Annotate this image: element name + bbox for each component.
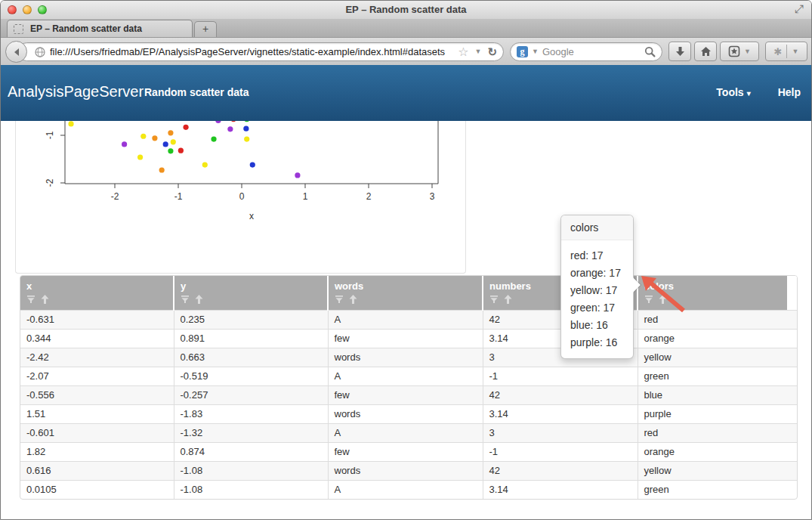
cell-numbers: 3	[483, 423, 638, 442]
bookmark-star-icon[interactable]: ☆	[458, 46, 468, 58]
addon-caret-icon[interactable]: ▼	[792, 48, 798, 55]
cell-y: -1.83	[174, 404, 328, 423]
download-icon	[675, 46, 685, 57]
home-button[interactable]	[694, 42, 717, 61]
cell-words: A	[328, 367, 483, 385]
cell-y: 0.891	[174, 329, 328, 348]
downloads-button[interactable]	[668, 42, 691, 61]
cell-numbers: 3.14	[483, 480, 638, 499]
cell-x: -0.556	[20, 385, 174, 404]
filter-icon[interactable]	[335, 295, 344, 304]
cell-x: -0.601	[20, 423, 174, 442]
addon-button[interactable]: ✱ ▼	[765, 42, 807, 61]
table-row: -2.07-0.519A-1green	[20, 367, 798, 385]
cell-words: words	[328, 404, 483, 423]
popover-title: colors	[561, 215, 633, 240]
home-icon	[700, 46, 712, 57]
bookmarks-icon	[728, 45, 740, 57]
cell-colors: red	[638, 310, 798, 329]
cell-x: -2.07	[20, 367, 174, 385]
popover-item-yellow: yellow: 17	[570, 282, 624, 299]
cell-colors: yellow	[638, 348, 798, 367]
reload-icon[interactable]: ↻	[487, 46, 497, 57]
cell-colors: green	[638, 367, 798, 385]
cell-numbers: -1	[483, 367, 638, 385]
table-header-row: xywordsnumberscolors	[20, 276, 798, 310]
table-row: -2.420.663words3yellow	[20, 348, 798, 367]
popover-item-orange: orange: 17	[570, 265, 624, 282]
column-header-x[interactable]: x	[20, 276, 174, 310]
column-header-colors[interactable]: colors	[638, 276, 787, 310]
cell-colors: orange	[638, 329, 798, 348]
table-row: 0.3440.891few3.14orange	[20, 329, 798, 348]
cell-y: 0.874	[174, 442, 328, 461]
svg-text:-1: -1	[45, 131, 55, 139]
sort-icon[interactable]	[195, 295, 203, 304]
filter-icon[interactable]	[181, 295, 190, 304]
cell-words: few	[328, 385, 483, 404]
back-button[interactable]	[5, 41, 27, 63]
tab-label: EP – Random scatter data	[30, 23, 142, 34]
table-row: 1.51-1.83words3.14purple	[20, 404, 798, 423]
tools-caret-icon: ▾	[747, 89, 751, 98]
new-tab-button[interactable]: +	[194, 21, 217, 37]
search-engine-caret-icon[interactable]: ▼	[532, 48, 539, 55]
browser-window: EP – Random scatter data ⤢ EP – Random s…	[0, 0, 812, 520]
search-bar[interactable]: g ▼ Google	[510, 42, 662, 61]
cell-words: A	[328, 310, 483, 329]
svg-text:x: x	[249, 211, 254, 221]
cell-colors: orange	[638, 442, 798, 461]
column-label: colors	[644, 280, 787, 292]
fullscreen-icon[interactable]: ⤢	[795, 2, 804, 16]
tab-favicon-placeholder-icon	[14, 24, 23, 34]
search-placeholder: Google	[542, 46, 641, 57]
titlebar: EP – Random scatter data ⤢	[1, 1, 811, 19]
popover-item-green: green: 17	[570, 299, 624, 317]
column-header-words[interactable]: words	[328, 276, 483, 310]
colors-popover: colors red: 17orange: 17yellow: 17green:…	[560, 215, 634, 359]
addon-icon: ✱	[774, 46, 783, 57]
table-row: 0.0105-1.08A3.14green	[20, 480, 798, 499]
cell-words: A	[328, 480, 483, 499]
app-navbar: AnalysisPageServer Random scatter data T…	[1, 65, 811, 121]
help-link[interactable]: Help	[778, 86, 801, 98]
svg-text:-1: -1	[174, 191, 183, 202]
back-arrow-icon	[12, 48, 21, 57]
header-spacer	[787, 276, 798, 310]
filter-icon[interactable]	[26, 295, 36, 304]
column-label: words	[335, 280, 482, 292]
url-dropdown-caret-icon[interactable]: ▼	[475, 48, 482, 55]
brand-link[interactable]: AnalysisPageServer	[8, 83, 144, 101]
cell-x: -0.631	[20, 310, 174, 329]
cell-x: 0.616	[20, 461, 174, 480]
sort-icon[interactable]	[41, 295, 49, 304]
tools-menu[interactable]: Tools▾	[716, 86, 750, 98]
bookmarks-menu-button[interactable]: ▼	[720, 42, 759, 61]
search-icon[interactable]	[644, 46, 656, 57]
url-bar[interactable]: file:///Users/friedmab/EP/AnalysisPageSe…	[17, 42, 504, 61]
sort-icon[interactable]	[504, 295, 512, 304]
popover-item-blue: blue: 16	[570, 317, 624, 334]
svg-text:3: 3	[430, 191, 435, 202]
filter-icon[interactable]	[489, 295, 499, 304]
popover-item-purple: purple: 16	[570, 334, 624, 351]
tab-ep-random-scatter-data[interactable]: EP – Random scatter data	[7, 20, 193, 37]
cell-y: -1.08	[174, 461, 328, 480]
cell-x: 0.0105	[20, 480, 174, 499]
cell-y: -1.32	[174, 423, 328, 442]
scatter-plot-panel: -2-10123-1-2x	[15, 121, 466, 274]
cell-colors: red	[638, 423, 798, 442]
sort-icon[interactable]	[349, 295, 357, 304]
sort-icon[interactable]	[659, 295, 667, 304]
cell-colors: yellow	[638, 461, 798, 480]
google-favicon[interactable]: g	[517, 46, 528, 57]
cell-words: few	[328, 442, 483, 461]
popover-arrow	[633, 277, 641, 292]
table-row: -0.6310.235A42red	[20, 310, 798, 329]
table-row: 0.616-1.08words42yellow	[20, 461, 798, 480]
nav-item-random-scatter-data[interactable]: Random scatter data	[144, 86, 249, 98]
filter-icon[interactable]	[644, 295, 653, 304]
column-header-y[interactable]: y	[174, 276, 328, 310]
cell-colors: purple	[638, 404, 798, 423]
popover-body: red: 17orange: 17yellow: 17green: 17blue…	[561, 240, 633, 358]
